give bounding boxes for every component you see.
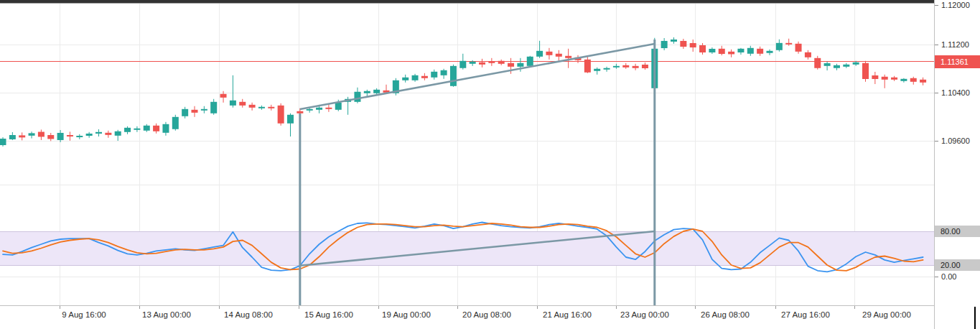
candle-body	[431, 72, 437, 78]
candle-body	[258, 107, 265, 108]
candle-body	[268, 107, 274, 108]
axis-tick	[219, 306, 220, 309]
time-axis-label: 14 Aug 08:00	[224, 310, 273, 319]
candle-body	[29, 133, 35, 135]
candle-body	[316, 108, 322, 110]
price-chart-canvas[interactable]	[0, 0, 934, 329]
time-axis-label: 20 Aug 08:00	[462, 310, 511, 319]
axis-tick	[60, 306, 60, 309]
time-axis-divider	[974, 307, 976, 329]
candle-body	[517, 63, 523, 67]
candle-body	[373, 90, 380, 93]
candle-body	[508, 63, 514, 67]
candle-body	[38, 132, 45, 137]
price-axis[interactable]: 80.00 20.00 0.00 1.11361 1.120001.112001…	[934, 0, 980, 329]
candle-body	[450, 66, 457, 86]
candle-body	[737, 49, 744, 52]
candle-body	[747, 48, 754, 54]
axis-tick	[139, 306, 140, 309]
candle-body	[297, 111, 303, 113]
candle-body	[488, 62, 495, 63]
last-price-badge: 1.11361	[935, 55, 980, 68]
candle-body	[182, 109, 188, 116]
candle-body	[767, 51, 773, 53]
candle-body	[862, 63, 869, 79]
price-axis-label: 1.09600	[935, 136, 980, 146]
candle-body	[834, 65, 840, 68]
candle-body	[249, 105, 256, 108]
candle-body	[882, 77, 888, 80]
candle-body	[872, 75, 878, 79]
candle-body	[402, 78, 409, 80]
candle-body	[900, 79, 907, 81]
time-axis-label: 19 Aug 00:00	[382, 310, 431, 319]
window-top-bar	[0, 0, 934, 4]
candle-body	[76, 136, 83, 137]
candle-body	[642, 65, 648, 68]
candle-body	[192, 110, 198, 113]
candle-body	[661, 41, 668, 48]
axis-tick	[854, 306, 855, 309]
candle-body	[776, 43, 783, 50]
candle-body	[633, 66, 639, 68]
candle-body	[814, 58, 821, 68]
stoch-lower-band-badge: 20.00	[935, 259, 980, 271]
candle-body	[805, 52, 811, 57]
candle-body	[910, 78, 917, 82]
axis-tick	[616, 306, 617, 309]
candle-body	[824, 63, 831, 66]
stoch-upper-band-badge: 80.00	[935, 226, 980, 237]
candle-body	[86, 134, 93, 136]
stoch-band	[0, 231, 934, 265]
candle-body	[728, 52, 734, 55]
stoch-zero-label: 0.00	[935, 272, 980, 281]
candle-body	[9, 135, 16, 139]
candle-body	[134, 129, 140, 130]
candle-body	[671, 40, 677, 42]
candle-body	[479, 62, 485, 65]
candle-body	[354, 92, 360, 102]
candle-body	[699, 45, 706, 52]
candle-body	[67, 135, 73, 136]
axis-tick	[299, 306, 299, 309]
time-axis-label: 9 Aug 16:00	[62, 310, 106, 319]
candle-body	[891, 78, 897, 80]
candle-body	[19, 135, 25, 137]
candle-body	[172, 117, 179, 129]
candle-body	[287, 115, 294, 124]
candle-body	[335, 103, 342, 110]
candle-body	[115, 131, 121, 136]
candle-body	[124, 128, 131, 132]
price-axis-label: 1.11200	[935, 40, 980, 50]
price-trendline[interactable]	[300, 44, 655, 109]
candle-body	[785, 43, 792, 45]
time-axis-label: 15 Aug 16:00	[304, 310, 353, 319]
candle-body	[622, 65, 629, 68]
candle-body	[144, 126, 150, 131]
candle-body	[239, 102, 246, 106]
candle-body	[364, 91, 370, 93]
candle-body	[584, 60, 591, 73]
time-axis-label: 29 Aug 00:00	[862, 310, 911, 319]
candle-body	[47, 135, 54, 139]
axis-tick	[695, 306, 696, 309]
candle-body	[709, 49, 715, 52]
time-axis-label: 26 Aug 08:00	[701, 310, 750, 319]
candle-body	[843, 65, 849, 67]
time-axis-label: 13 Aug 00:00	[142, 310, 191, 319]
candle-body	[162, 124, 169, 133]
candle-body	[307, 109, 313, 111]
candle-body	[594, 69, 600, 71]
time-axis-label: 23 Aug 00:00	[620, 310, 669, 319]
candle-body	[527, 57, 533, 66]
candle-body	[459, 61, 466, 68]
candle-body	[230, 101, 236, 106]
candle-body	[210, 102, 217, 113]
axis-tick	[378, 306, 379, 309]
time-axis[interactable]: 9 Aug 16:0013 Aug 00:0014 Aug 08:0015 Au…	[0, 305, 934, 329]
candle-body	[325, 108, 332, 109]
candle-body	[536, 51, 543, 57]
candle-body	[0, 139, 6, 145]
price-axis-label: 1.10400	[935, 88, 980, 98]
price-axis-label: 1.12000	[935, 1, 980, 10]
